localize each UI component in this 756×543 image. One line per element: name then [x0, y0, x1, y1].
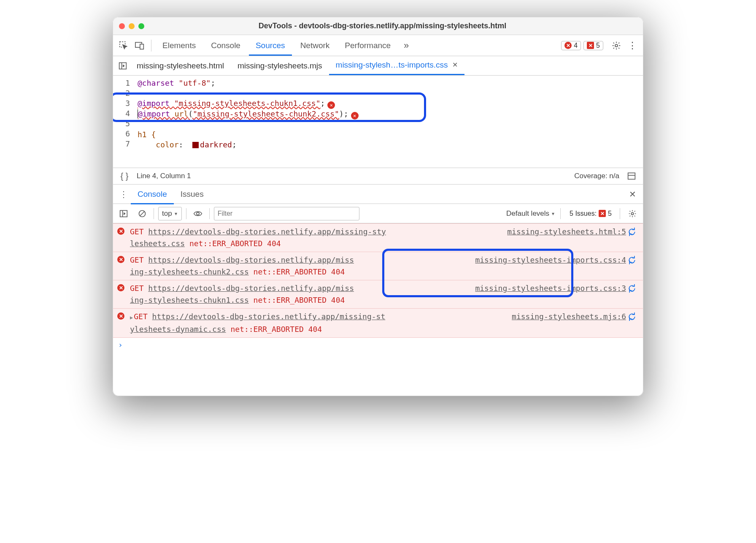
- error-marker-icon[interactable]: ✕: [327, 101, 335, 109]
- live-expression-icon[interactable]: [191, 206, 205, 221]
- window-titlebar: DevTools - devtools-dbg-stories.netlify.…: [113, 17, 643, 35]
- console-error-row[interactable]: ✕ missing-stylesheets-imports.css:3 GET …: [113, 280, 643, 308]
- minimize-window-icon[interactable]: [129, 23, 135, 29]
- log-levels-selector[interactable]: Default levels: [506, 209, 554, 218]
- console-settings-icon[interactable]: [625, 206, 640, 221]
- file-tab-strip: missing-stylesheets.html missing-stylesh…: [113, 56, 643, 76]
- tab-console[interactable]: Console: [204, 35, 247, 56]
- url-link[interactable]: https://devtools-dbg-stories.netlify.app…: [148, 284, 354, 293]
- tab-elements[interactable]: Elements: [156, 35, 202, 56]
- cursor-position: Line 4, Column 1: [137, 172, 191, 180]
- coverage-status: Coverage: n/a: [574, 172, 619, 180]
- console-toolbar: top Default levels 5 Issues: ✕5: [113, 204, 643, 223]
- filter-input[interactable]: [214, 207, 360, 220]
- clear-console-icon[interactable]: [135, 206, 149, 221]
- editor-status-bar: { } Line 4, Column 1 Coverage: n/a: [113, 168, 643, 185]
- console-error-row[interactable]: ✕ missing-stylesheets.mjs:6 ▶GET https:/…: [113, 308, 643, 338]
- issue-badge[interactable]: ✕5: [583, 41, 603, 50]
- source-link[interactable]: missing-stylesheets.mjs:6: [512, 311, 626, 323]
- code-line-3: @import "missing-stylesheets-chukn1.css"…: [138, 98, 643, 109]
- code-line-1: @charset "utf-8";: [138, 78, 643, 88]
- device-toggle-icon[interactable]: [132, 38, 147, 53]
- code-editor[interactable]: 1234567 @charset "utf-8"; @import "missi…: [113, 76, 643, 168]
- url-link[interactable]: https://devtools-dbg-stories.netlify.app…: [152, 312, 386, 321]
- url-link[interactable]: https://devtools-dbg-stories.netlify.app…: [148, 227, 386, 236]
- line-gutter: 1234567: [113, 76, 133, 168]
- refresh-icon[interactable]: [628, 254, 639, 264]
- kebab-icon[interactable]: ⋮: [625, 38, 640, 53]
- refresh-icon[interactable]: [628, 311, 639, 321]
- tab-sources[interactable]: Sources: [249, 35, 292, 56]
- url-link[interactable]: https://devtools-dbg-stories.netlify.app…: [148, 255, 354, 264]
- toggle-sidebar-icon[interactable]: [624, 169, 639, 183]
- error-marker-icon[interactable]: ✕: [351, 112, 359, 119]
- file-tab-2[interactable]: missing-stylesheets.mjs: [231, 57, 329, 75]
- close-icon[interactable]: ✕: [452, 56, 458, 74]
- code-line-7: color: darkred;: [138, 140, 643, 150]
- console-prompt[interactable]: ›: [113, 338, 643, 352]
- main-toolbar: Elements Console Sources Network Perform…: [113, 35, 643, 56]
- console-error-row[interactable]: ✕ missing-stylesheets-imports.css:4 GET …: [113, 252, 643, 280]
- maximize-window-icon[interactable]: [138, 23, 144, 29]
- more-tabs-icon[interactable]: »: [399, 38, 413, 53]
- console-sidebar-toggle-icon[interactable]: [116, 206, 131, 221]
- refresh-icon[interactable]: [628, 226, 639, 236]
- window-controls: [119, 23, 144, 29]
- close-window-icon[interactable]: [119, 23, 125, 29]
- close-drawer-icon[interactable]: ✕: [625, 187, 640, 201]
- svg-point-3: [615, 44, 618, 47]
- context-selector[interactable]: top: [158, 207, 182, 220]
- drawer-tab-strip: ⋮ Console Issues ✕: [113, 185, 643, 204]
- console-error-row[interactable]: ✕ missing-stylesheets.html:5 GET https:/…: [113, 223, 643, 252]
- source-link[interactable]: missing-stylesheets-imports.css:3: [475, 282, 626, 294]
- tab-performance[interactable]: Performance: [338, 35, 397, 56]
- source-link[interactable]: missing-stylesheets.html:5: [507, 226, 626, 238]
- error-icon: ✕: [117, 256, 124, 263]
- source-link[interactable]: missing-stylesheets-imports.css:4: [475, 254, 626, 266]
- file-tab-3[interactable]: missing-stylesh…ts-imports.css✕: [329, 57, 464, 75]
- code-line-6: h1 {: [138, 130, 643, 140]
- url-link[interactable]: ing-stylesheets-chunk2.css: [130, 267, 249, 276]
- expand-icon[interactable]: ▶: [130, 315, 133, 320]
- svg-rect-5: [628, 173, 635, 179]
- error-icon: ✕: [117, 284, 124, 291]
- error-badge[interactable]: ✕4: [561, 41, 581, 50]
- navigator-toggle-icon[interactable]: [116, 59, 130, 73]
- issue-count: 5: [596, 42, 600, 49]
- url-link[interactable]: ylesheets-dynamic.css: [130, 325, 226, 334]
- url-link[interactable]: lesheets.css: [130, 239, 185, 248]
- drawer-tab-console[interactable]: Console: [131, 184, 174, 204]
- window-title: DevTools - devtools-dbg-stories.netlify.…: [148, 22, 637, 30]
- error-icon: ✕: [117, 228, 124, 235]
- svg-rect-2: [140, 44, 143, 49]
- inspect-icon[interactable]: [116, 38, 131, 53]
- console-output: ✕ missing-stylesheets.html:5 GET https:/…: [113, 223, 643, 352]
- gear-icon[interactable]: [609, 38, 624, 53]
- error-count: 4: [574, 42, 578, 49]
- issues-button[interactable]: 5 Issues: ✕5: [567, 209, 615, 218]
- refresh-icon[interactable]: [628, 282, 639, 293]
- svg-point-8: [196, 212, 199, 214]
- code-line-4: @import url("missing-stylesheets-chunk2.…: [138, 109, 643, 119]
- issues-label: 5 Issues:: [570, 210, 597, 217]
- drawer-tab-issues[interactable]: Issues: [174, 184, 211, 204]
- tab-network[interactable]: Network: [294, 35, 337, 56]
- file-tab-1[interactable]: missing-stylesheets.html: [130, 57, 231, 75]
- issues-badge-count: 5: [608, 210, 612, 217]
- drawer-kebab-icon[interactable]: ⋮: [116, 187, 131, 201]
- error-icon: ✕: [117, 312, 124, 320]
- pretty-print-icon[interactable]: { }: [117, 169, 132, 183]
- url-link[interactable]: ing-stylesheets-chukn1.css: [130, 296, 249, 304]
- svg-point-9: [631, 212, 633, 214]
